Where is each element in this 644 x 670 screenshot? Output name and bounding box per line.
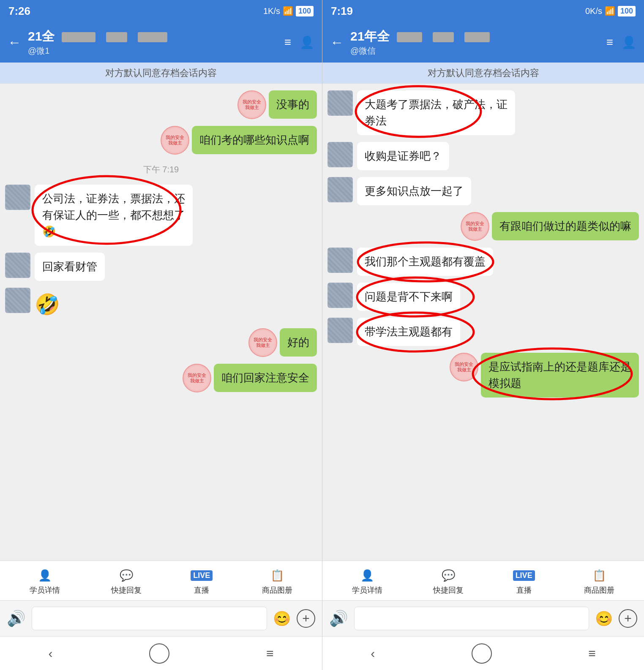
msg-bubble-emoji: 🤣 [35,288,60,321]
msg-row-left: 公司法，证券法，票据法，还有保证人的一些，都不想想了🤣 [5,185,317,246]
toolbar-live[interactable]: LIVE 直播 [515,568,533,595]
right-notice-text: 对方默认同意存档会话内容 [428,68,539,78]
product-album-icon: 📋 [268,568,287,583]
left-panel: 7:26 1K/s 📶 100 ← 21全 @微1 ≡ 👤 对方默认同意存档会话… [0,0,322,670]
left-plus-button[interactable]: + [297,609,315,628]
msg-bubble-circled: 大题考了票据法，破产法，证券法 [357,90,515,135]
avatar-left [327,90,353,116]
msg-row-left: 收购是证券吧？ [327,142,639,170]
avatar-left [327,177,353,202]
avatar-left [327,142,353,167]
right-voice-button[interactable]: 🔊 [329,610,348,627]
toolbar-product-label: 商品图册 [262,585,292,595]
left-chat-sub: @微1 [28,45,279,57]
toolbar-live[interactable]: LIVE 直播 [192,568,211,595]
avatar-left [327,248,353,273]
left-back-button[interactable]: ← [8,35,21,50]
right-time: 7:19 [331,5,353,18]
left-time: 7:26 [8,5,30,18]
right-menu-nav[interactable]: ≡ [588,646,596,661]
msg-bubble: 收购是证券吧？ [357,142,449,170]
right-chat-area[interactable]: 大题考了票据法，破产法，证券法 收购是证券吧？ 更多知识点放一起了 我的安全我做… [322,84,644,561]
right-home-nav[interactable] [472,643,492,664]
toolbar-quick-label: 快捷回复 [111,585,142,595]
msg-stamp: 我的安全我做主 [450,353,478,381]
time-label: 下午 7:19 [5,164,317,175]
left-chat-area[interactable]: 我的安全我做主 没事的 我的安全我做主 咱们考的哪些知识点啊 下午 7:19 公… [0,84,322,561]
right-back-nav[interactable]: ‹ [371,646,375,661]
right-menu-icon[interactable]: ≡ [606,35,613,49]
msg-stamp: 我的安全我做主 [183,364,211,392]
right-plus-button[interactable]: + [619,609,637,628]
right-status-bar: 7:19 0K/s 📶 100 [322,0,644,22]
right-nav-bar: ‹ ≡ [322,636,644,670]
msg-row-right: 我的安全我做主 咱们回家注意安全 [5,364,317,392]
left-menu-nav[interactable]: ≡ [266,646,274,661]
msg-row-right: 我的安全我做主 是应试指南上的还是题库还是模拟题 [327,353,639,398]
toolbar-student-label: 学员详情 [352,585,382,595]
msg-bubble: 更多知识点放一起了 [357,177,471,205]
left-emoji-button[interactable]: 😊 [273,610,291,627]
live-badge: LIVE [513,570,535,581]
msg-bubble-circled: 是应试指南上的还是题库还是模拟题 [481,353,639,398]
left-header-icons: ≡ 👤 [284,35,314,49]
left-toolbar-items: 👤 学员详情 💬 快捷回复 LIVE 直播 📋 商品图册 [0,565,322,598]
left-menu-icon[interactable]: ≡ [284,35,291,49]
toolbar-student-detail[interactable]: 👤 学员详情 [352,568,382,595]
toolbar-student-detail[interactable]: 👤 学员详情 [30,568,60,595]
right-chat-name: 21年全 [350,28,601,45]
left-profile-icon[interactable]: 👤 [300,35,314,49]
right-status-icons: 0K/s 📶 100 [585,6,636,16]
toolbar-quick-reply[interactable]: 💬 快捷回复 [111,568,142,595]
left-chat-name: 21全 [28,28,279,45]
right-signal: 0K/s [585,6,602,16]
left-notice-text: 对方默认同意存档会话内容 [105,68,217,78]
msg-row-left: 问题是背不下来啊 [327,283,639,311]
msg-bubble: 没事的 [269,90,317,119]
toolbar-product-album[interactable]: 📋 商品图册 [584,568,614,595]
left-input-field[interactable] [32,607,267,630]
msg-row-left: 回家看财管 [5,253,317,281]
toolbar-quick-reply[interactable]: 💬 快捷回复 [433,568,464,595]
msg-row-right: 我的安全我做主 好的 [5,328,317,357]
right-header-title: 21年全 @微信 [350,28,601,57]
left-voice-button[interactable]: 🔊 [7,610,26,627]
msg-bubble: 咱们回家注意安全 [214,364,317,392]
bubble-container: 我的安全我做主 有跟咱们做过的题类似的嘛 [461,212,639,241]
left-signal: 1K/s [263,6,280,16]
msg-row-right: 我的安全我做主 咱们考的哪些知识点啊 [5,126,317,155]
right-toolbar-items: 👤 学员详情 💬 快捷回复 LIVE 直播 📋 商品图册 [322,565,644,598]
left-back-nav[interactable]: ‹ [48,646,52,661]
left-header-title: 21全 @微1 [28,28,279,57]
msg-bubble: 咱们考的哪些知识点啊 [192,126,317,154]
toolbar-product-label: 商品图册 [584,585,614,595]
avatar-left [5,185,30,210]
right-input-bar: 🔊 😊 + [322,600,644,636]
bubble-container: 我的安全我做主 咱们考的哪些知识点啊 [161,126,317,155]
right-bottom-toolbar: 👤 学员详情 💬 快捷回复 LIVE 直播 📋 商品图册 [322,561,644,600]
left-chat-header: ← 21全 @微1 ≡ 👤 [0,22,322,63]
live-badge: LIVE [191,570,213,581]
right-battery: 100 [618,6,636,16]
msg-stamp: 我的安全我做主 [237,90,266,119]
avatar-left [327,318,353,343]
live-icon: LIVE [515,568,533,583]
right-chat-sub: @微信 [350,45,601,57]
toolbar-live-label: 直播 [194,585,209,595]
right-emoji-button[interactable]: 😊 [595,610,613,627]
msg-stamp: 我的安全我做主 [461,212,489,241]
left-home-nav[interactable] [149,643,169,664]
msg-row-left: 大题考了票据法，破产法，证券法 [327,90,639,135]
student-detail-icon: 👤 [35,568,54,583]
right-back-button[interactable]: ← [330,35,344,50]
msg-row-left: 带学法主观题都有 [327,318,639,346]
msg-stamp: 我的安全我做主 [161,126,189,155]
msg-row-right: 我的安全我做主 有跟咱们做过的题类似的嘛 [327,212,639,241]
toolbar-quick-label: 快捷回复 [433,585,464,595]
right-profile-icon[interactable]: 👤 [622,35,636,49]
right-input-field[interactable] [354,607,589,630]
msg-row-left: 🤣 [5,288,317,321]
quick-reply-icon: 💬 [117,568,136,583]
msg-row-left: 更多知识点放一起了 [327,177,639,205]
toolbar-product-album[interactable]: 📋 商品图册 [262,568,292,595]
